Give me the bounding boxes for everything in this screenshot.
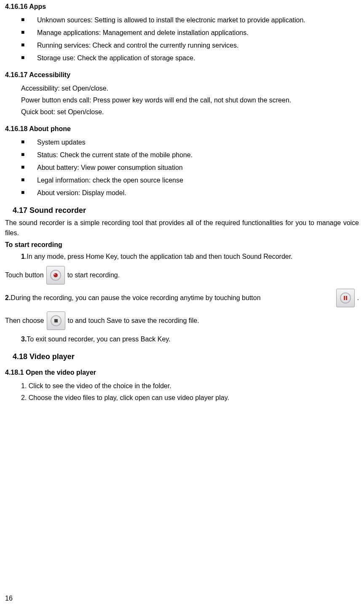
heading-4-16-18: 4.16.18 About phone <box>5 124 359 134</box>
step-text: To exit sound recorder, you can press Ba… <box>27 336 170 343</box>
paragraph: Quick boot: set Open/close. <box>21 107 359 117</box>
text: to and touch Save to save the recording … <box>68 316 199 326</box>
list-item: Legal information: check the open source… <box>5 175 359 185</box>
step-number: 3. <box>21 336 27 343</box>
step-number: 2. <box>5 293 11 303</box>
list-item: Running services: Check and control the … <box>5 40 359 51</box>
paragraph: 1. Click to see the video of the choice … <box>21 381 359 391</box>
subheading-to-start: To start recording <box>5 240 359 250</box>
list-item: Unknown sources: Setting is allowed to i… <box>5 15 359 25</box>
then-choose-line: Then choose to and touch Save to save th… <box>5 311 359 330</box>
step-text: .In any mode, press Home Key, touch the … <box>25 253 293 260</box>
list-item: Status: Check the current state of the m… <box>5 150 359 160</box>
heading-4-16-17: 4.16.17 Accessibility <box>5 70 359 80</box>
step-3: 3.To exit sound recorder, you can press … <box>21 334 359 344</box>
pause-icon <box>336 289 355 307</box>
paragraph: Accessibility: set Open/close. <box>21 83 359 94</box>
svg-rect-5 <box>346 296 347 300</box>
svg-rect-7 <box>54 319 58 322</box>
stop-icon <box>47 311 65 330</box>
step-1: 1.In any mode, press Home Key, touch the… <box>21 252 359 262</box>
text: Power button ends call: Press power key … <box>21 97 291 104</box>
svg-point-2 <box>54 274 55 275</box>
text: Touch button <box>5 270 44 280</box>
svg-rect-4 <box>344 296 345 300</box>
text: to start recording. <box>67 270 120 280</box>
svg-point-1 <box>54 273 58 277</box>
step-2-line: 2. During the recording, you can pause t… <box>5 289 359 307</box>
about-phone-list: System updates Status: Check the current… <box>5 137 359 198</box>
heading-4-18-1: 4.18.1 Open the video player <box>5 368 359 378</box>
list-item: Manage applications: Management and dele… <box>5 28 359 38</box>
list-item: Storage use: Check the application of st… <box>5 53 359 63</box>
heading-4-16-16: 4.16.16 Apps <box>5 2 359 12</box>
paragraph: The sound recorder is a simple recording… <box>5 218 359 238</box>
record-icon <box>46 266 65 285</box>
heading-4-17: 4.17 Sound recorder <box>13 205 359 216</box>
text: Then choose <box>5 316 44 326</box>
svg-point-3 <box>340 293 351 303</box>
text: . <box>357 293 359 303</box>
step-number: 1 <box>21 253 25 260</box>
paragraph: 2. Choose the video files to play, click… <box>21 393 359 403</box>
touch-button-line: Touch button to start recording. <box>5 266 359 285</box>
list-item: System updates <box>5 137 359 148</box>
step-text: During the recording, you can pause the … <box>11 293 333 303</box>
apps-list: Unknown sources: Setting is allowed to i… <box>5 15 359 63</box>
heading-4-18: 4.18 Video player <box>13 351 359 362</box>
list-item: About battery: View power consumption si… <box>5 163 359 173</box>
paragraph: Power button ends call: Press power key … <box>5 95 359 105</box>
list-item: About version: Display model. <box>5 188 359 198</box>
